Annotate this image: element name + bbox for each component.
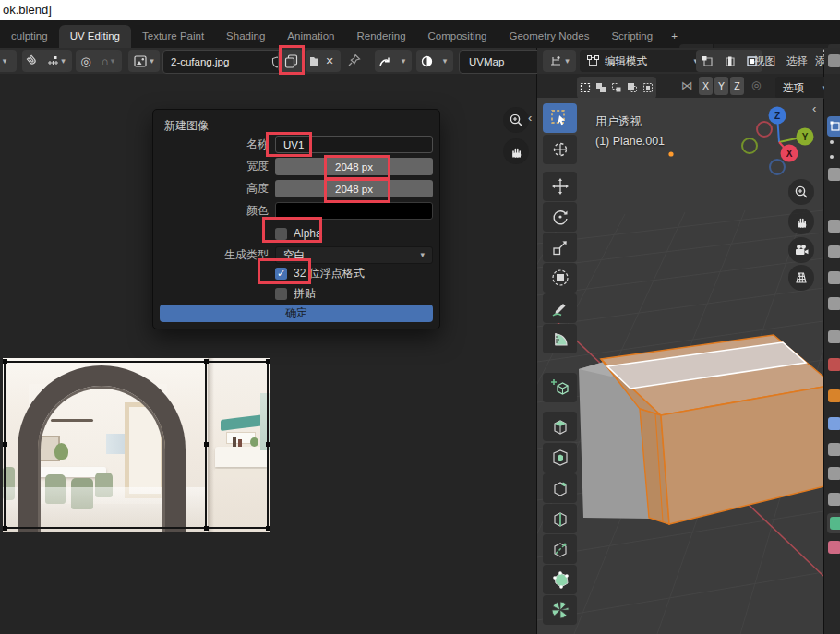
properties-tab-constraints-icon[interactable] xyxy=(828,493,840,506)
sticky-select-dropdown[interactable]: ▾ xyxy=(437,51,453,71)
proportional-editing-icon[interactable]: ◎ xyxy=(751,78,761,91)
uv-zoom-button[interactable] xyxy=(503,107,529,133)
unlink-image-button[interactable]: ✕ xyxy=(318,50,341,72)
tool-add-cube[interactable] xyxy=(543,373,577,402)
properties-tab-data-active[interactable] xyxy=(827,513,840,533)
properties-tab-physics-icon[interactable] xyxy=(828,467,840,480)
properties-tab-object-icon[interactable] xyxy=(828,389,840,402)
snap-mode-button[interactable]: ▾ xyxy=(42,51,70,71)
properties-tab-view-layer-icon[interactable] xyxy=(828,271,840,284)
annotation-float32-checkbox xyxy=(258,258,311,284)
viewport-zoom-button[interactable] xyxy=(788,179,814,205)
uv-vertex[interactable] xyxy=(266,526,270,531)
tab-scripting[interactable]: Scripting xyxy=(600,25,664,48)
select-intersect-icon[interactable] xyxy=(640,78,655,97)
tab-uv-editing[interactable]: UV Editing xyxy=(59,25,131,48)
properties-tab-world-icon[interactable] xyxy=(828,358,840,371)
tab-rendering[interactable]: Rendering xyxy=(345,25,416,48)
uv-vertex[interactable] xyxy=(204,526,209,531)
sticky-select-icon[interactable] xyxy=(416,51,437,71)
slice-bottle-1 xyxy=(233,437,236,447)
image-name-field[interactable]: 2-cufang.jpg xyxy=(162,50,286,74)
mode-selector[interactable]: 编辑模式 ▾ xyxy=(580,50,705,72)
uv-sync-select-icon[interactable] xyxy=(375,51,395,71)
uv-vertex[interactable] xyxy=(204,359,209,364)
uv-pan-button[interactable] xyxy=(503,138,529,164)
properties-tab-collection-icon[interactable] xyxy=(828,330,840,343)
viewport-sidebar-collapse-icon[interactable]: ‹ xyxy=(812,102,816,115)
tool-loop-cut[interactable] xyxy=(543,504,577,533)
edge-select-icon[interactable] xyxy=(718,51,740,71)
select-subtract-icon[interactable] xyxy=(608,78,624,97)
tool-scale[interactable] xyxy=(543,233,577,262)
menu-select[interactable]: 选择 xyxy=(786,54,808,68)
tiled-checkbox[interactable] xyxy=(275,288,287,300)
tab-compositing[interactable]: Compositing xyxy=(417,25,498,48)
mirror-icon[interactable]: ⋈ xyxy=(681,78,693,92)
tool-rotate[interactable] xyxy=(543,202,577,232)
tool-select-box[interactable] xyxy=(543,103,577,133)
tool-inset-faces[interactable] xyxy=(543,443,577,473)
properties-tab-modifiers-icon[interactable] xyxy=(828,417,840,430)
magnet-icon[interactable] xyxy=(22,51,42,71)
tool-transform[interactable] xyxy=(543,263,577,293)
properties-tab-tool-icon[interactable] xyxy=(828,168,840,181)
select-extend-icon[interactable] xyxy=(593,78,608,97)
uv-editor-type-button[interactable]: ▾ xyxy=(0,50,17,72)
tool-bevel[interactable] xyxy=(543,473,577,503)
properties-tab-tool-active[interactable] xyxy=(827,116,840,137)
uv-edge-bottom[interactable] xyxy=(4,527,269,529)
uv-vertex[interactable] xyxy=(204,442,209,447)
uv-vertex[interactable] xyxy=(266,359,270,364)
tool-annotate[interactable] xyxy=(543,293,577,323)
uv-sidebar-collapse-icon[interactable]: ‹ xyxy=(528,111,532,125)
tool-spin[interactable] xyxy=(543,595,577,625)
viewport-pan-button[interactable] xyxy=(788,209,814,234)
falloff-curve-button[interactable]: ∩ ▾ xyxy=(96,51,120,71)
tab-texture-paint[interactable]: Texture Paint xyxy=(131,25,215,48)
ok-button[interactable]: 确定 xyxy=(160,305,433,322)
tool-poly-build[interactable] xyxy=(543,565,577,594)
viewport-ortho-toggle-button[interactable] xyxy=(788,265,814,291)
tool-cursor[interactable] xyxy=(543,135,577,164)
viewport-canvas[interactable]: Z Y X 用户透视 (1) Plane.001 xyxy=(537,98,823,634)
properties-editor-type-icon[interactable] xyxy=(828,54,840,67)
uv-vertex[interactable] xyxy=(266,442,270,447)
properties-tab-particles-icon[interactable] xyxy=(828,443,840,456)
select-invert-icon[interactable] xyxy=(624,78,640,97)
properties-tab-render-icon[interactable] xyxy=(828,220,840,233)
dialog-title: 新建图像 xyxy=(164,118,209,134)
tool-knife[interactable] xyxy=(543,534,577,564)
vertex-select-icon[interactable] xyxy=(696,51,718,71)
uv-vertex[interactable] xyxy=(3,359,7,364)
viewport-editor-type-button[interactable]: ▾ xyxy=(543,50,576,72)
menu-view[interactable]: 视图 xyxy=(754,54,775,68)
uv-edge-top[interactable] xyxy=(4,361,269,363)
proportional-editing-icon[interactable]: ◎ xyxy=(76,51,96,71)
tab-geometry-nodes[interactable]: Geometry Nodes xyxy=(498,25,600,48)
image-browse-button[interactable]: ▾ xyxy=(128,50,160,72)
properties-tab-output-icon[interactable] xyxy=(828,245,840,258)
editor-type-icon xyxy=(549,54,562,67)
tool-extrude-region[interactable] xyxy=(543,412,577,441)
window-title: ok.blend] xyxy=(0,0,840,20)
name-label: 名称 xyxy=(156,136,269,153)
properties-editor-strip xyxy=(824,48,840,634)
uv-vertex[interactable] xyxy=(3,442,7,447)
pin-id-icon[interactable] xyxy=(347,54,361,67)
uvmap-field[interactable]: UVMap xyxy=(459,50,542,74)
tab-sculpting[interactable]: culpting xyxy=(0,25,59,48)
uv-vertex[interactable] xyxy=(3,526,7,531)
viewport-camera-button[interactable] xyxy=(788,237,814,263)
properties-tab-scene-icon[interactable] xyxy=(828,297,840,310)
properties-tab-material-icon[interactable] xyxy=(828,541,840,554)
tool-move[interactable] xyxy=(543,172,577,201)
tab-shading[interactable]: Shading xyxy=(215,25,276,48)
tool-measure[interactable] xyxy=(543,324,577,353)
uv-image-preview[interactable] xyxy=(3,358,270,532)
mirror-y-button[interactable]: Y xyxy=(714,77,728,95)
select-box-mode-icon[interactable] xyxy=(577,78,593,97)
mirror-z-button[interactable]: Z xyxy=(730,77,744,95)
uv-sync-dropdown[interactable]: ▾ xyxy=(395,51,412,71)
mirror-x-button[interactable]: X xyxy=(699,77,713,95)
